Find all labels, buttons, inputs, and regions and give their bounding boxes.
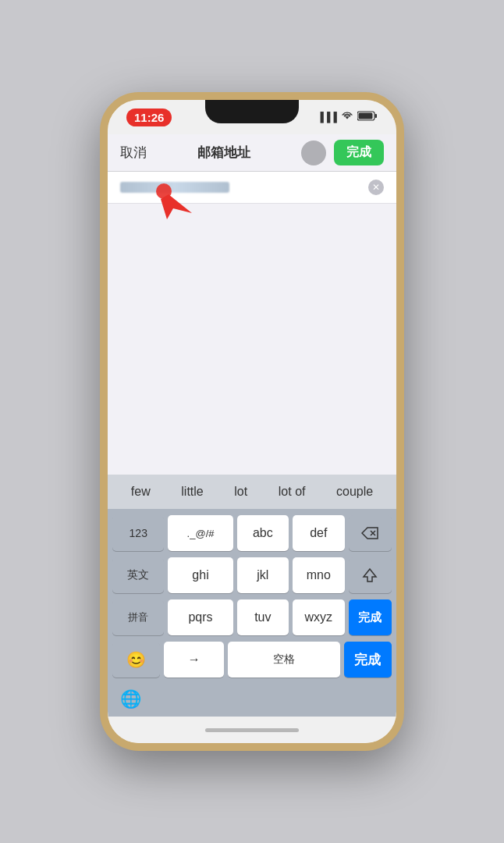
key-wxyz-label: wxyz: [305, 610, 333, 624]
keyboard: 123 ._@/# abc def: [108, 509, 396, 682]
main-content: [108, 204, 396, 475]
key-sym-label: ._@/#: [187, 528, 215, 539]
svg-rect-2: [375, 114, 378, 118]
key-done-blue[interactable]: 完成: [344, 642, 392, 678]
cancel-button[interactable]: 取消: [120, 144, 147, 162]
nav-right: 完成: [301, 140, 384, 165]
key-emoji[interactable]: 😊: [112, 642, 160, 678]
key-ghi[interactable]: ghi: [168, 557, 232, 593]
suggestion-little[interactable]: little: [175, 482, 209, 502]
status-icons: ▐▐▐: [317, 111, 378, 123]
emoji-icon: 😊: [126, 650, 146, 669]
key-def-label: def: [310, 526, 327, 540]
key-pqrs-label: pqrs: [188, 610, 212, 624]
globe-row: 🌐: [108, 682, 396, 717]
notch: [205, 100, 299, 123]
suggestion-lot[interactable]: lot: [228, 482, 254, 502]
suggestions-bar: few little lot lot of couple: [108, 475, 396, 509]
nav-done-button[interactable]: 完成: [334, 140, 384, 165]
key-def[interactable]: def: [293, 515, 344, 551]
key-abc[interactable]: abc: [237, 515, 289, 551]
key-symbols[interactable]: ._@/#: [168, 515, 232, 551]
keyboard-row-4: 😊 → 空格 完成: [110, 642, 394, 678]
key-done-right[interactable]: 完成: [349, 599, 392, 635]
key-123-label: 123: [130, 527, 147, 539]
time-display: 11:26: [126, 108, 172, 126]
key-arrow[interactable]: →: [164, 642, 224, 678]
key-shift[interactable]: [349, 557, 392, 593]
phone-bottom: [108, 717, 396, 743]
key-tuv[interactable]: tuv: [237, 599, 289, 635]
key-space[interactable]: 空格: [228, 642, 339, 678]
delete-icon: [361, 527, 378, 539]
key-done-blue-label: 完成: [354, 651, 381, 669]
key-mno-label: mno: [307, 568, 331, 582]
shift-icon: [362, 567, 378, 583]
phone-frame: 11:26 ▐▐▐: [100, 92, 404, 751]
arrow-icon: →: [188, 653, 201, 667]
key-pinyin-label: 拼音: [128, 610, 148, 624]
clear-icon: ✕: [372, 182, 380, 193]
input-content: [120, 182, 368, 193]
key-jkl-label: jkl: [257, 568, 268, 582]
keyboard-row-2: 英文 ghi jkl mno: [110, 557, 394, 593]
key-english[interactable]: 英文: [112, 557, 164, 593]
wifi-icon: [341, 112, 353, 123]
phone-inner: 11:26 ▐▐▐: [108, 100, 396, 743]
key-jkl[interactable]: jkl: [237, 557, 289, 593]
key-space-label: 空格: [273, 653, 295, 667]
key-delete[interactable]: [349, 515, 392, 551]
key-mno[interactable]: mno: [293, 557, 344, 593]
keyboard-row-1: 123 ._@/# abc def: [110, 515, 394, 551]
key-123[interactable]: 123: [112, 515, 164, 551]
key-wxyz[interactable]: wxyz: [293, 599, 344, 635]
keyboard-row-3: 拼音 pqrs tuv wxyz 完成: [110, 599, 394, 635]
key-en-label: 英文: [127, 568, 149, 582]
battery-icon: [357, 111, 378, 123]
blurred-email-text: [120, 182, 229, 193]
nav-bar: 取消 邮箱地址 完成: [108, 134, 396, 172]
avatar: [301, 140, 326, 165]
suggestion-couple[interactable]: couple: [330, 482, 379, 502]
nav-title: 邮箱地址: [197, 144, 250, 162]
home-indicator: [205, 728, 299, 732]
signal-icon: ▐▐▐: [317, 112, 337, 123]
email-input-area[interactable]: ✕: [108, 172, 396, 204]
key-abc-label: abc: [253, 526, 273, 540]
key-ghi-label: ghi: [192, 568, 208, 582]
status-bar: 11:26 ▐▐▐: [108, 100, 396, 134]
key-tuv-label: tuv: [254, 610, 271, 624]
suggestion-lot-of[interactable]: lot of: [272, 482, 312, 502]
svg-marker-7: [364, 569, 376, 582]
key-done-right-label: 完成: [358, 610, 382, 625]
email-input-field[interactable]: [120, 182, 368, 193]
clear-input-button[interactable]: ✕: [368, 180, 384, 195]
key-pinyin[interactable]: 拼音: [112, 599, 164, 635]
globe-icon[interactable]: 🌐: [120, 689, 141, 710]
suggestion-few[interactable]: few: [125, 482, 157, 502]
svg-rect-1: [359, 113, 373, 119]
key-pqrs[interactable]: pqrs: [168, 599, 232, 635]
